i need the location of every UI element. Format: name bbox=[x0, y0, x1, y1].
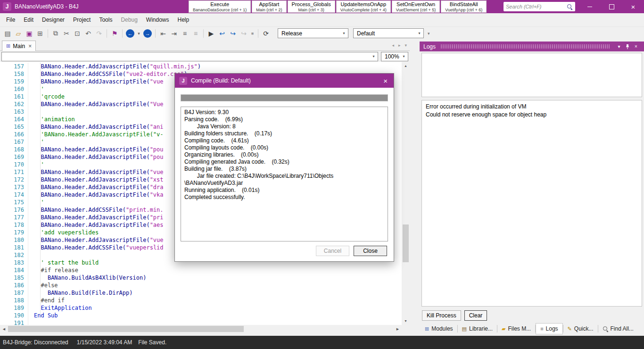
horizontal-scrollbar-thumb[interactable] bbox=[8, 326, 244, 332]
pause-icon[interactable]: ■ bbox=[249, 28, 256, 39]
goto-last-icon[interactable]: ↪ bbox=[239, 28, 249, 39]
quick-launch-button[interactable]: SetOnEventOwnVueElement (ctrl + 5) bbox=[392, 0, 440, 13]
clear-button[interactable]: Clear bbox=[464, 310, 487, 321]
menu-item-debug[interactable]: Debug bbox=[116, 13, 141, 26]
back-history-dropdown-icon[interactable]: ▾ bbox=[136, 28, 142, 39]
open-project-icon[interactable]: ▱ bbox=[13, 28, 24, 39]
minimize-button[interactable] bbox=[579, 0, 601, 13]
tab-close-icon[interactable]: × bbox=[28, 43, 32, 50]
code-line[interactable]: 189 ExitApplication bbox=[0, 304, 402, 312]
tab-libraries-manager[interactable]: ▤Librarie... bbox=[458, 323, 497, 334]
code-text: #end if bbox=[34, 297, 65, 304]
toolbar-separator bbox=[258, 29, 258, 38]
close-button[interactable]: × bbox=[622, 0, 644, 13]
tab-main[interactable]: ⊞ Main × bbox=[2, 41, 36, 51]
menu-item-edit[interactable]: Edit bbox=[19, 13, 38, 26]
comment-icon[interactable]: ≡ bbox=[180, 28, 190, 39]
scroll-down-icon[interactable]: ▼ bbox=[402, 317, 410, 325]
navigate-forward-icon[interactable]: → bbox=[143, 29, 152, 38]
cut-icon[interactable]: ✂ bbox=[61, 28, 72, 39]
panel-menu-icon[interactable]: ▾ bbox=[615, 44, 623, 49]
indent-icon[interactable]: ⇥ bbox=[169, 28, 179, 39]
scroll-left-icon[interactable]: ◀ bbox=[0, 325, 8, 333]
quick-launch-button[interactable]: BindStateAllVuetifyApp (ctrl + 6) bbox=[441, 0, 487, 13]
quick-launch-button[interactable]: UpdateItemsOnAppVAutoComplete (ctrl + 4) bbox=[336, 0, 391, 13]
reload-icon[interactable]: ⟳ bbox=[261, 28, 271, 39]
scroll-up-icon[interactable]: ▲ bbox=[402, 62, 410, 70]
copy-icon[interactable]: ⧉ bbox=[50, 28, 61, 39]
line-number: 170 bbox=[0, 161, 28, 168]
close-dialog-button[interactable]: Close bbox=[354, 246, 387, 256]
libraries-icon: ▤ bbox=[462, 326, 467, 332]
build-configuration-select[interactable]: Release ▾ bbox=[278, 28, 348, 38]
member-navigator-select[interactable]: ▾ bbox=[1, 52, 378, 61]
goto-next-icon[interactable]: ↪ bbox=[228, 28, 238, 39]
compile-progressbar bbox=[181, 94, 388, 101]
horizontal-scrollbar[interactable]: ◀ ▶ bbox=[0, 325, 402, 333]
dialog-close-icon[interactable]: × bbox=[381, 77, 389, 85]
code-line[interactable]: 190End Sub bbox=[0, 312, 402, 319]
new-module-icon[interactable]: ▤ bbox=[2, 28, 13, 39]
code-text: BANano.Header.AddJavascriptFile("vue bbox=[34, 78, 164, 85]
tab-logs[interactable]: ≡Logs bbox=[536, 323, 562, 334]
pane-splitter[interactable] bbox=[410, 40, 420, 336]
zoom-select[interactable]: 100% ▾ bbox=[381, 52, 408, 61]
logs-filter-box[interactable] bbox=[421, 53, 642, 97]
search-box[interactable] bbox=[504, 2, 575, 11]
code-line[interactable]: 185 BANano.BuildAsB4Xlib(Version) bbox=[0, 274, 402, 282]
kill-process-button[interactable]: Kill Process bbox=[422, 310, 461, 321]
uncomment-icon[interactable]: ≡ bbox=[190, 28, 201, 39]
code-line[interactable]: 187 BANano.Build(File.DirApp) bbox=[0, 289, 402, 297]
search-input[interactable] bbox=[506, 4, 567, 9]
tab-modules[interactable]: ⊞Modules bbox=[421, 323, 457, 334]
profile-select[interactable]: Default ▾ bbox=[353, 28, 424, 38]
menu-item-help[interactable]: Help bbox=[173, 13, 194, 26]
bookmark-icon[interactable]: ⚑ bbox=[109, 28, 120, 39]
code-line[interactable]: 184 #if release bbox=[0, 266, 402, 274]
code-line[interactable]: 186 #else bbox=[0, 282, 402, 289]
paste-icon[interactable]: ⊡ bbox=[72, 28, 83, 39]
chevron-down-icon[interactable]: ▾ bbox=[415, 29, 423, 38]
quick-launch-button[interactable]: AppStartMain (ctrl + 2) bbox=[252, 0, 286, 13]
code-line[interactable]: 157 BANano.Header.AddJavascriptFile("qui… bbox=[0, 63, 402, 70]
scroll-right-icon[interactable]: ▶ bbox=[394, 325, 402, 333]
pin-icon[interactable] bbox=[623, 44, 632, 50]
search-icon[interactable] bbox=[567, 4, 573, 10]
tab-files-manager[interactable]: ▰Files M... bbox=[497, 323, 535, 334]
chevron-down-icon[interactable]: ▾ bbox=[340, 29, 348, 38]
outdent-icon[interactable]: ⇤ bbox=[158, 28, 168, 39]
menu-item-file[interactable]: File bbox=[2, 13, 19, 26]
tab-list-icon[interactable]: ▾ bbox=[405, 43, 407, 48]
line-number: 180 bbox=[0, 236, 28, 244]
designer-grid-icon[interactable]: ⊞ bbox=[35, 28, 45, 39]
menu-item-designer[interactable]: Designer bbox=[38, 13, 69, 26]
tab-quick-access[interactable]: ✎Quick... bbox=[563, 323, 598, 334]
quick-launch-button[interactable]: ExecuteBananoDataSource (ctrl + 1) bbox=[189, 0, 251, 13]
tab-scroll-left-icon[interactable]: ◂ bbox=[392, 43, 394, 48]
run-icon[interactable]: ▶ bbox=[206, 28, 216, 39]
chevron-down-icon[interactable]: ▾ bbox=[400, 52, 408, 61]
save-icon[interactable]: ▣ bbox=[24, 28, 34, 39]
code-line[interactable]: 188 #end if bbox=[0, 297, 402, 304]
navigate-back-icon[interactable]: ← bbox=[126, 29, 134, 38]
toolbar-overflow-icon[interactable]: ▾ bbox=[428, 31, 430, 36]
chevron-down-icon[interactable]: ▾ bbox=[370, 52, 378, 61]
vertical-scrollbar-thumb[interactable] bbox=[403, 224, 409, 262]
tab-scroll-right-icon[interactable]: ▸ bbox=[398, 43, 401, 48]
logs-panel-header[interactable]: Logs ▾ × bbox=[420, 42, 644, 51]
undo-icon[interactable]: ↶ bbox=[83, 28, 93, 39]
dialog-titlebar[interactable]: J Compile (Build: Default) × bbox=[175, 74, 394, 88]
panel-close-icon[interactable]: × bbox=[632, 44, 640, 49]
goto-previous-icon[interactable]: ↩ bbox=[217, 28, 227, 39]
maximize-button[interactable] bbox=[601, 0, 622, 13]
cancel-button[interactable]: Cancel bbox=[316, 246, 349, 256]
menu-item-project[interactable]: Project bbox=[69, 13, 95, 26]
quick-launch-button[interactable]: Process_GlobalsMain (ctrl + 3) bbox=[288, 0, 335, 13]
code-line[interactable]: 191 bbox=[0, 319, 402, 325]
tab-find-all-references[interactable]: Find All... bbox=[598, 323, 638, 334]
menu-item-tools[interactable]: Tools bbox=[95, 13, 116, 26]
vertical-scrollbar[interactable]: ▲ ▼ bbox=[402, 62, 410, 325]
redo-icon[interactable]: ↷ bbox=[94, 28, 104, 39]
menu-item-windows[interactable]: Windows bbox=[142, 13, 173, 26]
logs-output[interactable]: Error occurred during initialization of … bbox=[421, 100, 642, 307]
